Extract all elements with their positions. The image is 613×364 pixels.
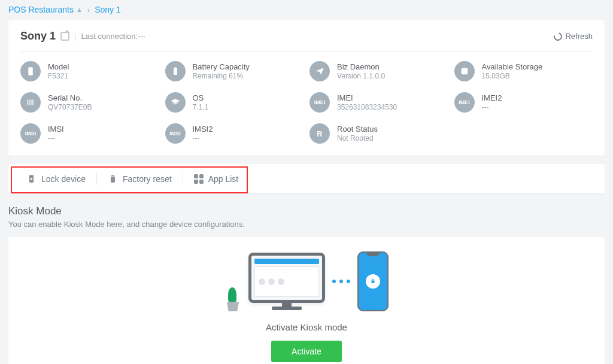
actions-card: Lock device Factory reset App List [8, 164, 605, 193]
spec-model: ModelF5321 [20, 61, 159, 81]
activate-button[interactable]: Activate [271, 341, 342, 362]
spec-os: OS7.1.1 [165, 92, 304, 113]
breadcrumb-group[interactable]: POS Restaurants [8, 5, 74, 14]
grid-icon [194, 174, 204, 184]
layers-icon [165, 92, 186, 113]
spec-imsi: IMSI IMSI--- [20, 123, 159, 144]
spec-imsi2: IMSI IMSI2--- [165, 123, 304, 144]
last-connection-label: Last connection:--- [81, 32, 145, 41]
device-title: Sony 1 [20, 30, 56, 43]
lock-icon [26, 174, 37, 184]
svg-rect-6 [31, 100, 32, 105]
spec-biz-daemon: Biz DaemonVersion 1.1.0.0 [309, 61, 448, 81]
imsi-icon: IMSI [20, 123, 41, 144]
kiosk-illustration [20, 251, 593, 311]
svg-rect-10 [31, 178, 32, 180]
monitor-icon [248, 253, 325, 310]
spec-battery: Battery CapacityRemaining 61% [165, 61, 304, 81]
activate-title: Activate Kiosk mode [20, 322, 593, 332]
section-title: Kiosk Mode [8, 205, 605, 217]
chevron-up-icon[interactable]: ▲ [76, 6, 83, 13]
app-list-button[interactable]: App List [183, 172, 250, 186]
breadcrumb-separator-icon: › [87, 5, 90, 14]
spec-serial: Serial No.QV70737E0B [20, 92, 159, 113]
send-icon [309, 61, 330, 81]
svg-rect-3 [461, 68, 468, 75]
svg-rect-2 [174, 67, 176, 68]
refresh-icon [553, 31, 564, 42]
imei-icon: IMEI [454, 92, 475, 113]
spec-imei: IMEI IMEI352631083234530 [309, 92, 448, 113]
svg-rect-1 [174, 68, 177, 75]
battery-icon [165, 61, 186, 81]
phone-icon [20, 61, 41, 81]
plant-icon [224, 302, 241, 311]
phone-lock-icon [357, 251, 389, 311]
storage-icon [454, 61, 475, 81]
refresh-button[interactable]: Refresh [554, 32, 593, 41]
svg-rect-4 [28, 100, 29, 105]
trash-icon [108, 174, 118, 184]
svg-rect-8 [34, 100, 34, 105]
imei-icon: IMEI [309, 92, 330, 113]
device-card: Sony 1 | Last connection:--- Refresh Mod… [8, 20, 605, 156]
lock-device-button[interactable]: Lock device [16, 171, 96, 186]
svg-rect-0 [28, 67, 33, 75]
device-header: Sony 1 | Last connection:--- Refresh [20, 20, 593, 51]
spec-root: R Root StatusNot Rooted [309, 123, 448, 144]
svg-rect-5 [29, 100, 30, 105]
kiosk-card: Activate Kiosk mode Activate [8, 237, 605, 364]
imsi-icon: IMSI [165, 123, 186, 144]
svg-rect-7 [32, 100, 33, 105]
spec-grid: ModelF5321 Battery CapacityRemaining 61%… [20, 51, 593, 144]
edit-icon[interactable] [60, 32, 69, 41]
spec-storage: Available Storage15.03GB [454, 61, 593, 81]
section-subtitle: You can enable Kiosk Mode here, and chan… [8, 220, 605, 229]
barcode-icon [20, 92, 41, 113]
spec-imei2: IMEI IMEI2--- [454, 92, 593, 113]
kiosk-section: Kiosk Mode You can enable Kiosk Mode her… [8, 205, 605, 364]
breadcrumb-device[interactable]: Sony 1 [95, 5, 121, 14]
sync-dots-icon [332, 280, 350, 283]
breadcrumb: POS Restaurants ▲ › Sony 1 [8, 0, 605, 20]
factory-reset-button[interactable]: Factory reset [97, 171, 183, 186]
divider: | [74, 32, 76, 41]
root-icon: R [309, 123, 330, 144]
